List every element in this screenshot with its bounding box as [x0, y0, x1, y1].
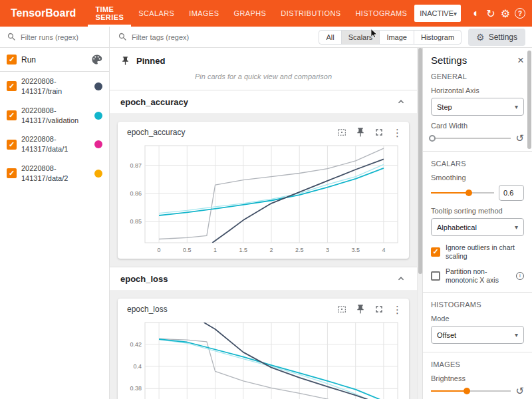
svg-text:3.5: 3.5 — [351, 247, 360, 253]
app-body: Filter runs (regex) Run 20220808-141317/… — [0, 27, 532, 399]
run-checkbox[interactable] — [7, 168, 17, 178]
tag-type-filter-group: All Scalars Image Histogram — [319, 30, 462, 45]
close-icon[interactable]: × — [517, 55, 524, 66]
gear-icon[interactable]: ⚙ — [500, 5, 511, 21]
ignore-outliers-row[interactable]: Ignore outliers in chart scaling — [431, 243, 524, 260]
run-row-data-1[interactable]: 20220808-141317/data/1 — [0, 130, 109, 159]
svg-text:0.5: 0.5 — [183, 247, 192, 253]
section-title: epoch_loss — [120, 274, 168, 284]
card-title: epoch_loss — [127, 305, 336, 314]
pin-card-icon[interactable] — [355, 127, 366, 138]
svg-text:0.86: 0.86 — [130, 190, 142, 197]
info-icon[interactable]: i — [516, 272, 524, 280]
filter-runs-input[interactable]: Filter runs (regex) — [0, 27, 109, 48]
partition-x-row[interactable]: Partition non-monotonic X axis i — [431, 267, 524, 284]
epoch-accuracy-chart[interactable]: 00.511.522.533.540.850.860.87 — [121, 140, 406, 255]
nav-tabs: TIME SERIES SCALARS IMAGES GRAPHS DISTRI… — [88, 0, 414, 27]
horizontal-axis-select[interactable]: Step ▾ — [431, 98, 524, 116]
chip-image[interactable]: Image — [379, 30, 414, 45]
chevron-up-icon[interactable] — [396, 273, 406, 284]
slider-thumb[interactable] — [429, 135, 436, 142]
search-icon — [118, 32, 128, 42]
fullscreen-icon[interactable] — [374, 127, 384, 138]
fit-domain-icon[interactable] — [336, 304, 347, 315]
more-options-icon[interactable]: ⋮ — [392, 305, 402, 315]
ignore-outliers-checkbox[interactable] — [431, 247, 440, 257]
run-row-validation[interactable]: 20220808-141317/validation — [0, 101, 109, 130]
settings-panel-header: Settings × — [431, 55, 524, 66]
histogram-mode-value: Offset — [437, 331, 456, 339]
card-width-label: Card Width — [431, 122, 524, 130]
run-checkbox[interactable] — [7, 110, 17, 120]
tab-histograms[interactable]: HISTOGRAMS — [348, 0, 415, 27]
tensorboard-app: TensorBoard TIME SERIES SCALARS IMAGES G… — [0, 0, 532, 399]
chip-all[interactable]: All — [319, 30, 341, 45]
tag-filter-bar: Filter tags (regex) All Scalars Image Hi… — [110, 27, 532, 48]
select-all-runs-checkbox[interactable] — [7, 55, 17, 65]
settings-scrollbar[interactable] — [527, 48, 532, 399]
svg-text:1.5: 1.5 — [239, 247, 248, 253]
reset-icon[interactable]: ↺ — [515, 386, 524, 396]
svg-text:0.87: 0.87 — [130, 162, 142, 169]
partition-x-checkbox[interactable] — [431, 271, 440, 281]
card-header: epoch_accuracy ⋮ — [118, 122, 409, 139]
main-scrollbar[interactable] — [417, 48, 422, 399]
refresh-icon[interactable]: ↻ — [485, 5, 496, 21]
section-header-epoch-loss[interactable]: epoch_loss — [110, 267, 417, 291]
card-width-row: ↺ — [431, 133, 524, 143]
run-checkbox[interactable] — [7, 140, 17, 150]
section-header-epoch-accuracy[interactable]: epoch_accuracy — [110, 90, 417, 114]
palette-icon[interactable] — [91, 54, 102, 65]
svg-text:3: 3 — [326, 247, 329, 253]
section-title: epoch_accuracy — [120, 97, 188, 107]
smoothing-slider[interactable] — [431, 188, 494, 198]
chip-scalars[interactable]: Scalars — [341, 30, 380, 45]
partition-x-label: Partition non-monotonic X axis — [446, 267, 511, 284]
status-dropdown[interactable]: INACTIVE ▾ — [414, 5, 461, 22]
content-row: Pinned Pin cards for a quick view and co… — [110, 48, 532, 399]
caret-down-icon: ▾ — [515, 223, 518, 231]
pinned-section-header: Pinned — [110, 48, 417, 67]
help-icon[interactable]: ? — [515, 5, 525, 21]
theme-toggle-icon[interactable]: ◐ — [471, 5, 481, 21]
histogram-mode-select[interactable]: Offset ▾ — [431, 326, 524, 344]
tab-distributions[interactable]: DISTRIBUTIONS — [273, 0, 348, 27]
fit-domain-icon[interactable] — [336, 127, 347, 138]
brightness-slider[interactable] — [431, 386, 511, 396]
slider-thumb[interactable] — [464, 388, 470, 394]
smoothing-row — [431, 185, 524, 201]
runs-header-label: Run — [21, 55, 86, 65]
right-column: Filter tags (regex) All Scalars Image Hi… — [110, 27, 532, 399]
reset-icon[interactable]: ↺ — [515, 133, 524, 143]
run-row-train[interactable]: 20220808-141317/train — [0, 72, 109, 101]
filter-runs-placeholder: Filter runs (regex) — [21, 33, 78, 41]
tab-scalars[interactable]: SCALARS — [131, 0, 182, 27]
caret-down-icon: ▾ — [515, 331, 518, 338]
tab-graphs[interactable]: GRAPHS — [226, 0, 273, 27]
fullscreen-icon[interactable] — [374, 304, 384, 315]
settings-button[interactable]: ⚙ Settings — [468, 29, 525, 46]
settings-scrollbar-thumb[interactable] — [527, 51, 531, 149]
card-width-slider[interactable] — [431, 134, 511, 143]
run-name: 20220808-141317/train — [21, 76, 90, 96]
gear-icon: ⚙ — [476, 32, 485, 43]
chevron-up-icon[interactable] — [396, 96, 406, 107]
tab-time-series[interactable]: TIME SERIES — [88, 0, 131, 27]
run-color-dot — [94, 112, 102, 120]
pinned-empty-hint: Pin cards for a quick view and compariso… — [110, 67, 417, 90]
pin-card-icon[interactable] — [355, 304, 366, 315]
tooltip-sorting-value: Alphabetical — [437, 223, 477, 231]
card-title: epoch_accuracy — [127, 128, 336, 137]
app-logo[interactable]: TensorBoard — [0, 0, 88, 27]
run-checkbox[interactable] — [7, 81, 17, 91]
tooltip-sorting-select[interactable]: Alphabetical ▾ — [431, 218, 524, 236]
epoch-loss-chart[interactable]: 00.511.522.533.540.360.380.40.42 — [121, 317, 406, 399]
slider-thumb[interactable] — [466, 190, 472, 196]
more-options-icon[interactable]: ⋮ — [392, 128, 402, 138]
chip-histogram[interactable]: Histogram — [414, 30, 462, 45]
tab-images[interactable]: IMAGES — [182, 0, 226, 27]
histograms-heading: HISTOGRAMS — [431, 301, 524, 309]
run-row-data-2[interactable]: 20220808-141317/data/2 — [0, 159, 109, 188]
smoothing-value-input[interactable] — [499, 185, 524, 201]
svg-text:1: 1 — [213, 247, 217, 253]
